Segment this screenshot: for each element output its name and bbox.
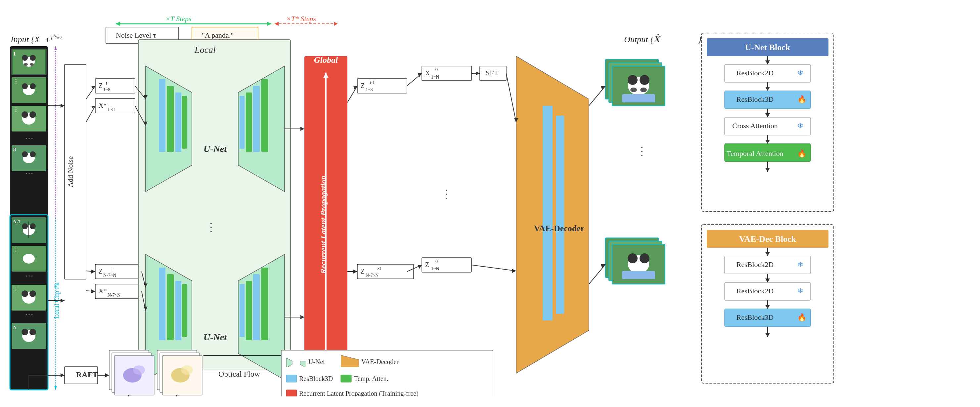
svg-point-7	[30, 55, 36, 61]
svg-point-222	[181, 365, 193, 375]
svg-text:Noise Level τ: Noise Level τ	[116, 31, 156, 39]
svg-marker-57	[54, 386, 57, 390]
svg-point-18	[22, 111, 28, 118]
svg-point-41	[29, 290, 36, 297]
svg-rect-108	[167, 86, 174, 152]
svg-text:U-Net: U-Net	[204, 332, 227, 342]
svg-rect-119	[167, 274, 174, 340]
svg-text:Temporal Attention: Temporal Attention	[727, 149, 783, 158]
svg-text:Optical Flow: Optical Flow	[218, 370, 260, 378]
svg-text:t-1: t-1	[370, 80, 374, 85]
svg-text:⋮: ⋮	[13, 247, 19, 253]
svg-point-25	[30, 151, 36, 157]
svg-marker-61	[116, 22, 120, 26]
svg-marker-226	[105, 373, 109, 377]
svg-point-32	[30, 223, 36, 229]
svg-text:X*: X*	[99, 287, 107, 295]
svg-text:t-1: t-1	[377, 266, 381, 271]
svg-text:0: 0	[436, 259, 438, 264]
svg-text:F: F	[174, 393, 179, 396]
svg-marker-137	[301, 127, 304, 131]
svg-text:1~8: 1~8	[366, 87, 373, 92]
full-diagram: 1 1 ⋮ ⋮ ⋯	[6, 6, 850, 396]
svg-line-180	[471, 265, 516, 271]
svg-rect-199	[622, 271, 655, 279]
svg-text:Z: Z	[425, 261, 429, 268]
svg-marker-177	[418, 265, 422, 269]
svg-text:1~N: 1~N	[431, 74, 439, 80]
svg-marker-65	[275, 22, 278, 26]
svg-marker-80	[60, 299, 65, 302]
svg-rect-237	[286, 375, 297, 382]
svg-text:⋮: ⋮	[636, 145, 648, 158]
svg-point-35	[23, 254, 35, 264]
svg-point-31	[22, 223, 28, 229]
svg-text:U-Net: U-Net	[309, 358, 325, 365]
svg-line-178	[506, 73, 516, 122]
svg-point-190	[640, 87, 647, 92]
svg-marker-205	[601, 264, 606, 268]
svg-text:Z: Z	[361, 268, 364, 275]
svg-text:8: 8	[13, 147, 16, 152]
svg-text:X: X	[425, 70, 430, 77]
svg-rect-112	[246, 92, 252, 152]
svg-text:VAE-Dec Block: VAE-Dec Block	[739, 234, 796, 244]
svg-rect-123	[246, 281, 252, 340]
svg-text:ResBlock2D: ResBlock2D	[737, 287, 773, 295]
svg-text:N-7: N-7	[13, 219, 21, 224]
svg-text:⋮: ⋮	[205, 221, 217, 234]
svg-text:1~N: 1~N	[431, 266, 439, 271]
svg-marker-100	[91, 269, 95, 274]
svg-text:1~8: 1~8	[103, 87, 110, 92]
svg-rect-114	[261, 79, 268, 152]
svg-text:0: 0	[436, 67, 438, 72]
svg-text:ResBlock3D: ResBlock3D	[737, 313, 773, 321]
svg-text:X*: X*	[99, 102, 107, 109]
svg-point-46	[22, 329, 28, 335]
svg-text:RAFT: RAFT	[76, 371, 98, 379]
svg-rect-124	[253, 274, 260, 340]
svg-text:U-Net: U-Net	[204, 144, 227, 154]
svg-point-13	[22, 83, 28, 89]
svg-rect-111	[240, 96, 245, 149]
svg-text:N-7~N: N-7~N	[103, 273, 116, 278]
svg-text:×T* Steps: ×T* Steps	[286, 14, 316, 23]
svg-rect-107	[159, 79, 165, 152]
svg-text:Z: Z	[361, 82, 364, 89]
svg-point-198	[640, 253, 649, 263]
svg-text:Recurrent Latent Propagation (: Recurrent Latent Propagation (Training-f…	[299, 390, 418, 396]
svg-text:❄: ❄	[797, 69, 803, 77]
svg-marker-203	[601, 86, 606, 90]
svg-marker-60	[267, 22, 271, 26]
svg-text:Global: Global	[314, 55, 338, 65]
svg-text:F: F	[126, 393, 131, 396]
svg-point-188	[640, 75, 649, 85]
svg-text:1: 1	[13, 51, 16, 57]
svg-rect-122	[240, 284, 245, 337]
svg-text:}ᴺᵢ₌₁: }ᴺᵢ₌₁	[50, 34, 62, 40]
svg-text:N-7~N: N-7~N	[108, 293, 121, 298]
svg-text:N-7~N: N-7~N	[366, 273, 379, 278]
svg-text:❄: ❄	[797, 122, 803, 130]
svg-point-9	[30, 63, 34, 66]
svg-text:⋮: ⋮	[13, 107, 19, 112]
svg-point-197	[628, 253, 638, 263]
svg-text:i: i	[46, 35, 49, 44]
svg-point-189	[630, 87, 637, 92]
svg-text:❄: ❄	[797, 260, 803, 269]
svg-point-8	[24, 63, 28, 66]
svg-marker-175	[418, 73, 422, 77]
svg-point-215	[133, 365, 145, 375]
svg-text:Recurrent Latent Propagation: Recurrent Latent Propagation	[319, 176, 328, 274]
svg-text:ResBlock2D: ResBlock2D	[737, 69, 773, 77]
svg-text:Z: Z	[99, 82, 103, 89]
svg-marker-78	[60, 104, 65, 108]
svg-text:ResBlock2D: ResBlock2D	[737, 260, 773, 269]
svg-text:⋯: ⋯	[25, 310, 33, 319]
main-container: 1 1 ⋮ ⋮ ⋯	[0, 0, 980, 407]
svg-text:⋯: ⋯	[25, 169, 33, 178]
svg-rect-109	[175, 92, 181, 152]
svg-text:❄: ❄	[797, 287, 803, 295]
svg-text:ResBlock3D: ResBlock3D	[737, 95, 773, 103]
svg-marker-139	[301, 315, 304, 319]
